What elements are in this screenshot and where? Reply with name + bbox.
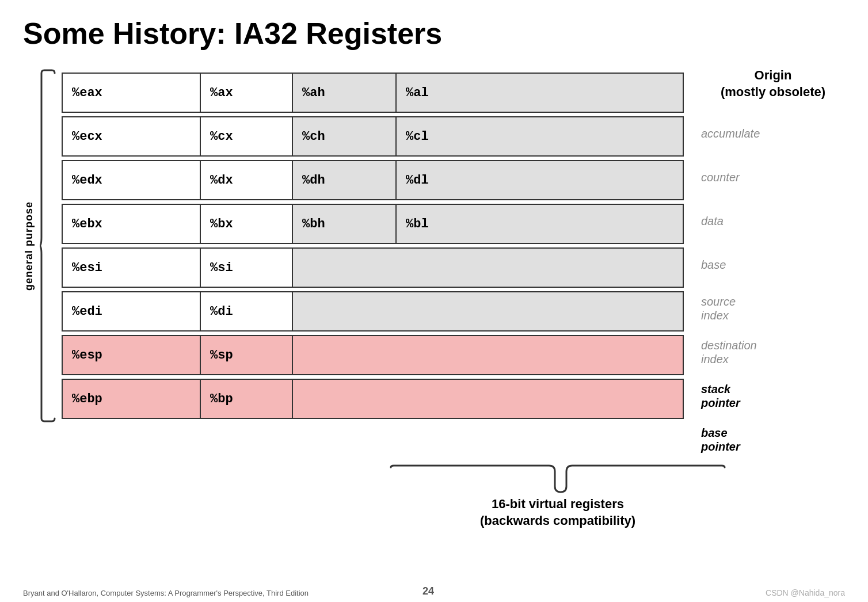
cell-16bit: %ax bbox=[201, 74, 293, 112]
cell-16bit: %si bbox=[201, 249, 293, 287]
origin-label-ebp: basepointer bbox=[701, 418, 845, 462]
cell-wide-right bbox=[293, 292, 683, 330]
registers-container: %eax %ax %ah %al %ecx %cx %ch %cl %edx %… bbox=[62, 73, 684, 419]
cell-32bit: %ecx bbox=[63, 117, 201, 155]
page: Some History: IA32 Registers general pur… bbox=[0, 0, 868, 602]
cell-32bit: %esi bbox=[63, 249, 201, 287]
cell-32bit: %eax bbox=[63, 74, 201, 112]
cell-32bit: %ebp bbox=[63, 380, 201, 418]
vertical-label-container: general purpose bbox=[23, 67, 35, 424]
cell-32bit: %edi bbox=[63, 292, 201, 330]
register-row-eax: %eax %ax %ah %al bbox=[62, 73, 684, 113]
origin-label-edi: destinationindex bbox=[701, 330, 845, 374]
bottom-label: 16-bit virtual registers(backwards compa… bbox=[480, 496, 635, 529]
cell-16bit: %bx bbox=[201, 205, 293, 243]
origin-header: Origin(mostly obsolete) bbox=[701, 67, 845, 100]
cell-16bit: %cx bbox=[201, 117, 293, 155]
register-row-esi: %esi %si bbox=[62, 247, 684, 288]
cell-32bit: %ebx bbox=[63, 205, 201, 243]
register-row-edx: %edx %dx %dh %dl bbox=[62, 160, 684, 200]
cell-8bit-high: %ah bbox=[293, 74, 397, 112]
register-row-esp: %esp %sp bbox=[62, 335, 684, 375]
origin-labels: accumulatecounterdatabasesourceindexdest… bbox=[701, 112, 845, 462]
origin-section: Origin(mostly obsolete) accumulatecounte… bbox=[684, 67, 845, 462]
bottom-brace-svg bbox=[385, 464, 730, 493]
register-row-edi: %edi %di bbox=[62, 291, 684, 332]
cell-32bit: %esp bbox=[63, 336, 201, 374]
cell-8bit-low: %dl bbox=[397, 161, 683, 199]
cell-32bit: %edx bbox=[63, 161, 201, 199]
cell-16bit: %dx bbox=[201, 161, 293, 199]
cell-8bit-high: %dh bbox=[293, 161, 397, 199]
cell-16bit: %bp bbox=[201, 380, 293, 418]
footer: Bryant and O'Hallaron, Computer Systems:… bbox=[23, 589, 309, 597]
origin-label-eax: accumulate bbox=[701, 112, 845, 155]
origin-subheader: (mostly obsolete) bbox=[721, 85, 825, 99]
cell-8bit-low: %al bbox=[397, 74, 683, 112]
vertical-label: general purpose bbox=[23, 201, 35, 291]
main-content: general purpose %eax %ax %ah %al %ecx %c… bbox=[23, 67, 845, 462]
cell-16bit: %sp bbox=[201, 336, 293, 374]
cell-8bit-low: %bl bbox=[397, 205, 683, 243]
bottom-section: 16-bit virtual registers(backwards compa… bbox=[23, 464, 845, 529]
bottom-brace-area: 16-bit virtual registers(backwards compa… bbox=[271, 464, 845, 529]
cell-wide-right bbox=[293, 336, 683, 374]
register-row-ecx: %ecx %cx %ch %cl bbox=[62, 116, 684, 157]
watermark: CSDN @Nahida_nora bbox=[766, 588, 845, 597]
origin-label-esp: stackpointer bbox=[701, 374, 845, 418]
cell-8bit-high: %bh bbox=[293, 205, 397, 243]
cell-8bit-low: %cl bbox=[397, 117, 683, 155]
origin-label-ebx: base bbox=[701, 243, 845, 287]
cell-16bit: %di bbox=[201, 292, 293, 330]
origin-label-edx: data bbox=[701, 199, 845, 243]
origin-label-esi: sourceindex bbox=[701, 287, 845, 330]
page-number: 24 bbox=[422, 585, 434, 597]
left-section: general purpose %eax %ax %ah %al %ecx %c… bbox=[23, 67, 684, 424]
register-row-ebx: %ebx %bx %bh %bl bbox=[62, 204, 684, 244]
bottom-label-text: 16-bit virtual registers(backwards compa… bbox=[480, 497, 635, 528]
register-row-ebp: %ebp %bp bbox=[62, 379, 684, 419]
cell-wide-right bbox=[293, 249, 683, 287]
cell-8bit-high: %ch bbox=[293, 117, 397, 155]
origin-label-ecx: counter bbox=[701, 155, 845, 199]
brace-left bbox=[39, 67, 56, 424]
cell-wide-right bbox=[293, 380, 683, 418]
page-title: Some History: IA32 Registers bbox=[23, 17, 845, 50]
